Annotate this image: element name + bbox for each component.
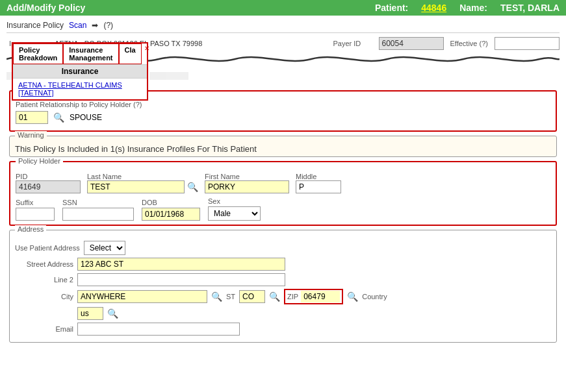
- street-input[interactable]: [77, 258, 285, 271]
- tab-insurance-management[interactable]: Insurance Management: [63, 43, 118, 64]
- warning-legend: Warning: [15, 131, 47, 139]
- popup-header: Insurance: [13, 65, 147, 79]
- suffix-label: Suffix: [16, 199, 55, 206]
- zip-input[interactable]: [301, 291, 340, 302]
- scan-arrow-icon: ➡: [92, 21, 98, 30]
- dob-label: DOB: [142, 199, 200, 206]
- pid-label: PID: [16, 173, 81, 180]
- country-label: Country: [362, 293, 387, 300]
- zip-lookup-icon[interactable]: 🔍: [347, 291, 358, 302]
- relationship-lookup-icon[interactable]: 🔍: [53, 112, 64, 123]
- use-patient-label: Use Patient Address: [15, 244, 80, 252]
- popup-tabs: Policy Breakdown Insurance Management Cl…: [13, 43, 147, 65]
- patient-info: Patient: 44846 Name: TEST, DARLA: [375, 3, 560, 13]
- sex-col: Sex Male Female Unknown: [208, 197, 261, 221]
- email-row: Email: [15, 323, 551, 336]
- ssn-row: Suffix SSN DOB Sex Male Female Unknown: [16, 197, 550, 221]
- city-row: City 🔍 ST 🔍 ZIP 🔍 Country: [15, 289, 551, 304]
- policy-holder-legend: Policy Holder: [16, 157, 63, 165]
- ssn-label: SSN: [62, 199, 134, 206]
- city-label: City: [15, 293, 73, 300]
- ssn-input[interactable]: [62, 208, 134, 221]
- scan-link[interactable]: Scan: [69, 21, 86, 30]
- patient-name: TEST, DARLA: [500, 3, 560, 13]
- header-bar: Add/Modify Policy Patient: 44846 Name: T…: [0, 0, 566, 16]
- patient-id-link[interactable]: 44846: [421, 3, 446, 13]
- relationship-code-input[interactable]: [16, 111, 48, 124]
- zip-box: ZIP: [284, 289, 343, 304]
- insurance-policy-bar: Insurance Policy Scan ➡ (?): [6, 21, 560, 33]
- dob-col: DOB: [142, 199, 200, 221]
- relationship-row: Patient Relationship to Policy Holder (?…: [16, 101, 550, 108]
- last-name-lookup-icon[interactable]: 🔍: [187, 182, 198, 192]
- insurance-popup: Policy Breakdown Insurance Management Cl…: [12, 42, 148, 101]
- line2-row: Line 2: [15, 273, 551, 286]
- st-label: ST: [226, 293, 235, 300]
- last-name-row: 🔍: [87, 180, 198, 193]
- use-patient-row: Use Patient Address Select Yes No: [15, 241, 551, 255]
- country-row: 🔍: [15, 307, 551, 320]
- popup-insurance-item[interactable]: AETNA - TELEHEALTH CLAIMS [TAETNAT]: [13, 79, 147, 99]
- patient-label: Patient:: [375, 3, 408, 13]
- address-legend: Address: [15, 225, 46, 233]
- dob-input[interactable]: [142, 208, 200, 221]
- tab-claims[interactable]: Cla: [119, 43, 142, 64]
- line2-input[interactable]: [77, 273, 285, 286]
- name-label: Name:: [459, 3, 487, 13]
- street-row: Street Address: [15, 258, 551, 271]
- zip-label: ZIP: [287, 293, 298, 300]
- relationship-description: SPOUSE: [70, 113, 102, 122]
- middle-col: Middle: [296, 173, 341, 193]
- popup-close-button[interactable]: ✕: [142, 43, 152, 64]
- email-input[interactable]: [77, 323, 240, 336]
- first-name-input[interactable]: [205, 180, 289, 193]
- first-name-label: First Name: [205, 173, 289, 180]
- effective-label: Effective (?): [450, 40, 489, 47]
- last-name-col: Last Name 🔍: [87, 173, 198, 193]
- effective-date-input[interactable]: [495, 37, 560, 50]
- payer-id-value: 60054: [379, 37, 444, 50]
- middle-label: Middle: [296, 173, 341, 180]
- payer-id-label: Payer ID: [333, 40, 372, 47]
- street-label: Street Address: [15, 260, 73, 268]
- use-patient-select[interactable]: Select Yes No: [84, 241, 125, 255]
- pid-col: PID: [16, 173, 81, 193]
- last-name-input[interactable]: [87, 180, 185, 193]
- city-input[interactable]: [77, 290, 207, 303]
- relationship-value-row: 🔍 SPOUSE: [16, 111, 550, 124]
- policy-holder-section: Policy Holder PID Last Name 🔍 First Name…: [9, 161, 557, 226]
- tab-policy-breakdown[interactable]: Policy Breakdown: [13, 43, 63, 64]
- last-name-label: Last Name: [87, 173, 198, 180]
- line2-label: Line 2: [15, 276, 73, 284]
- help-label: (?): [103, 21, 113, 30]
- ins-policy-label: Insurance Policy: [6, 21, 64, 30]
- sex-select[interactable]: Male Female Unknown: [208, 206, 261, 221]
- warning-text: This Policy Is Included in 1(s) Insuranc…: [15, 143, 551, 154]
- country-input[interactable]: [77, 307, 103, 320]
- city-lookup-icon[interactable]: 🔍: [211, 291, 222, 302]
- country-lookup-icon[interactable]: 🔍: [107, 308, 118, 319]
- warning-section: Warning This Policy Is Included in 1(s) …: [9, 136, 557, 157]
- email-label: Email: [15, 325, 73, 333]
- page-title: Add/Modify Policy: [6, 3, 375, 13]
- suffix-col: Suffix: [16, 199, 55, 221]
- st-input[interactable]: [239, 290, 265, 303]
- relationship-label: Patient Relationship to Policy Holder (?…: [16, 101, 142, 108]
- policy-holder-fields: PID Last Name 🔍 First Name Middle: [16, 173, 550, 193]
- sex-label: Sex: [208, 197, 261, 205]
- first-name-col: First Name: [205, 173, 289, 193]
- ssn-col: SSN: [62, 199, 134, 221]
- address-section: Address Use Patient Address Select Yes N…: [9, 230, 557, 343]
- suffix-input[interactable]: [16, 208, 55, 221]
- st-lookup-icon[interactable]: 🔍: [269, 291, 280, 302]
- middle-input[interactable]: [296, 180, 341, 193]
- pid-input: [16, 180, 81, 193]
